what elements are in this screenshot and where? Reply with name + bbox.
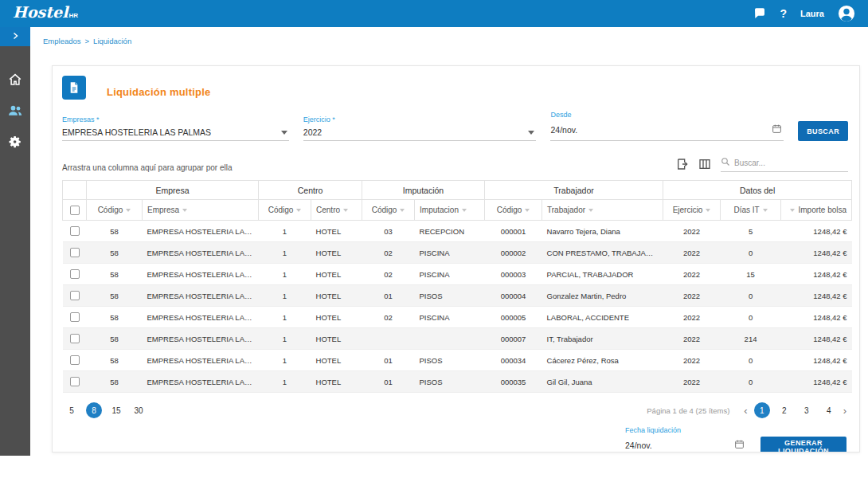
- filter-caret-icon[interactable]: [126, 209, 131, 212]
- table-cell: 0: [721, 371, 781, 393]
- chevron-down-icon: [281, 131, 287, 135]
- page-size-15[interactable]: 15: [108, 402, 124, 418]
- table-cell: 58: [87, 285, 143, 307]
- filter-caret-icon[interactable]: [343, 209, 348, 212]
- next-page-button[interactable]: ›: [843, 406, 846, 416]
- table-row[interactable]: 58EMPRESA HOSTELERIA LAS PALMAS1HOTEL03R…: [63, 221, 852, 242]
- chat-icon[interactable]: [753, 7, 766, 20]
- column-header-label: Código: [497, 206, 522, 214]
- table-cell: 000001: [485, 221, 542, 242]
- card-footer: Fecha liquidación 24/nov. GENERAR LIQUID…: [65, 426, 846, 453]
- group-header-imputacion[interactable]: Imputación: [362, 181, 485, 200]
- column-header-dias-it-9[interactable]: Días IT: [721, 200, 781, 221]
- app-logo-suffix: HR: [68, 12, 78, 19]
- table-cell: 000005: [485, 307, 542, 328]
- page-numbers: 1234: [754, 402, 837, 418]
- sidebar: [0, 27, 30, 456]
- breadcrumb-liquidacion[interactable]: Liquidación: [93, 37, 131, 45]
- column-chooser-icon[interactable]: [698, 158, 711, 172]
- user-name[interactable]: Laura: [800, 9, 824, 18]
- sidebar-expand-button[interactable]: [0, 27, 30, 46]
- column-header-imputacion-5[interactable]: Imputacion: [415, 200, 485, 221]
- empresas-select[interactable]: Empresas * EMPRESA HOSTELERIA LAS PALMAS: [62, 116, 289, 141]
- table-cell: 2022: [663, 371, 721, 393]
- table-cell: HOTEL: [311, 242, 362, 264]
- table-row[interactable]: 58EMPRESA HOSTELERIA LAS PALMAS1HOTEL02P…: [63, 307, 852, 328]
- table-cell: 58: [87, 307, 143, 328]
- filter-caret-icon[interactable]: [462, 209, 467, 212]
- group-header-empresa[interactable]: Empresa: [87, 181, 259, 200]
- search-input[interactable]: [734, 159, 842, 167]
- fecha-liquidacion-input[interactable]: Fecha liquidación 24/nov.: [625, 426, 746, 453]
- calendar-icon[interactable]: [734, 438, 745, 453]
- page-2-button[interactable]: 2: [776, 402, 792, 418]
- sidebar-item-empleados[interactable]: [0, 101, 30, 123]
- page-size-5[interactable]: 5: [64, 402, 80, 418]
- table-row[interactable]: 58EMPRESA HOSTELERIA LAS PALMAS1HOTEL01P…: [63, 350, 852, 371]
- grid-search: [721, 155, 848, 172]
- row-checkbox[interactable]: [70, 226, 80, 236]
- page-size-8[interactable]: 8: [86, 402, 102, 418]
- buscar-button[interactable]: BUSCAR: [798, 121, 848, 141]
- filter-caret-icon[interactable]: [525, 209, 530, 212]
- column-header-codigo-6[interactable]: Código: [485, 200, 542, 221]
- help-icon[interactable]: ?: [780, 7, 787, 20]
- filter-caret-icon[interactable]: [182, 209, 187, 212]
- group-header-datos-del[interactable]: Datos del: [663, 181, 852, 200]
- column-header-empresa-1[interactable]: Empresa: [143, 200, 259, 221]
- prev-page-button[interactable]: ‹: [744, 406, 747, 416]
- export-excel-icon[interactable]: [676, 158, 689, 172]
- group-header-centro[interactable]: Centro: [259, 181, 362, 200]
- table-row[interactable]: 58EMPRESA HOSTELERIA LAS PALMAS1HOTEL02P…: [63, 242, 852, 264]
- filter-caret-icon[interactable]: [790, 209, 795, 212]
- row-checkbox[interactable]: [70, 334, 80, 343]
- table-cell: Gil Gil, Juana: [542, 371, 663, 393]
- calendar-icon[interactable]: [772, 123, 782, 137]
- page-size-selector: 581530: [64, 402, 147, 418]
- page-4-button[interactable]: 4: [821, 402, 837, 418]
- table-row[interactable]: 58EMPRESA HOSTELERIA LAS PALMAS1HOTEL02P…: [63, 264, 852, 285]
- filter-caret-icon[interactable]: [400, 209, 405, 212]
- column-header-codigo-2[interactable]: Código: [259, 200, 311, 221]
- page-size-30[interactable]: 30: [131, 402, 147, 418]
- column-header-ejercicio-8[interactable]: Ejercicio: [663, 200, 721, 221]
- row-checkbox[interactable]: [70, 291, 80, 300]
- row-checkbox[interactable]: [70, 312, 80, 322]
- table-row[interactable]: 58EMPRESA HOSTELERIA LAS PALMAS1HOTEL000…: [63, 328, 852, 350]
- desde-label: Desde: [550, 111, 784, 119]
- table-cell: 03: [362, 221, 415, 242]
- select-all-checkbox[interactable]: [70, 206, 80, 215]
- table-row[interactable]: 58EMPRESA HOSTELERIA LAS PALMAS1HOTEL01P…: [63, 371, 852, 393]
- group-header-trabajador[interactable]: Trabajador: [485, 181, 663, 200]
- column-header-codigo-4[interactable]: Código: [362, 200, 415, 221]
- breadcrumb-empleados[interactable]: Empleados: [43, 37, 81, 45]
- avatar[interactable]: [838, 5, 855, 22]
- app-logo[interactable]: HostelHR: [13, 0, 78, 29]
- column-header-centro-3[interactable]: Centro: [311, 200, 362, 221]
- row-checkbox[interactable]: [70, 377, 80, 386]
- gear-icon: [8, 135, 22, 152]
- filter-caret-icon[interactable]: [296, 209, 301, 212]
- row-checkbox[interactable]: [70, 248, 80, 257]
- ejercicio-select[interactable]: Ejercicio * 2022: [303, 116, 537, 141]
- generar-liquidacion-button[interactable]: GENERAR LIQUIDACIÓN: [760, 437, 846, 453]
- table-cell: 1248,42 €: [781, 285, 852, 307]
- pagination-bar: 581530 Página 1 de 4 (25 ítems) ‹ 1234 ›: [64, 402, 846, 418]
- sidebar-item-home[interactable]: [0, 70, 30, 92]
- filter-caret-icon[interactable]: [588, 209, 593, 212]
- grid-toolbar-actions: [676, 155, 848, 172]
- table-row[interactable]: 58EMPRESA HOSTELERIA LAS PALMAS1HOTEL01P…: [63, 285, 852, 307]
- column-header-codigo-0[interactable]: Código: [87, 200, 143, 221]
- filter-caret-icon[interactable]: [706, 209, 710, 212]
- sidebar-item-configuracion[interactable]: [0, 132, 30, 155]
- page-3-button[interactable]: 3: [799, 402, 815, 418]
- column-header-importe-bolsa-10[interactable]: Importe bolsa: [781, 200, 852, 221]
- row-checkbox[interactable]: [70, 355, 80, 365]
- page-1-button[interactable]: 1: [754, 402, 770, 418]
- filter-bar: Empresas * EMPRESA HOSTELERIA LAS PALMAS…: [53, 111, 859, 141]
- desde-date-input[interactable]: Desde 24/nov.: [550, 111, 784, 141]
- row-checkbox[interactable]: [70, 269, 80, 279]
- column-header-trabajador-7[interactable]: Trabajador: [542, 200, 663, 221]
- filter-caret-icon[interactable]: [763, 209, 768, 212]
- table-cell: 1248,42 €: [781, 307, 852, 328]
